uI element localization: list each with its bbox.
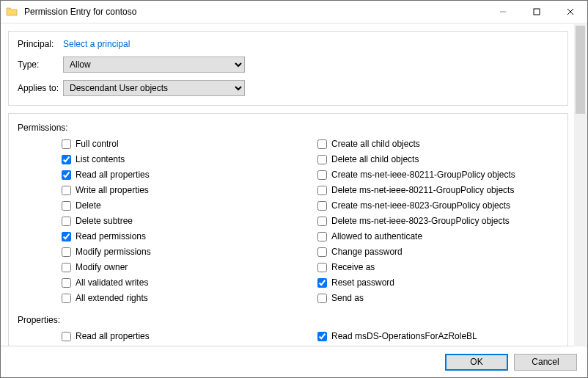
- permission-item[interactable]: Delete subtree: [62, 214, 303, 228]
- permission-label: Create ms-net-ieee-8023-GroupPolicy obje…: [331, 200, 510, 211]
- permission-checkbox[interactable]: [317, 139, 327, 149]
- folder-icon: [1, 1, 23, 23]
- permission-checkbox[interactable]: [317, 247, 327, 257]
- permission-item[interactable]: Receive as: [317, 261, 559, 274]
- permission-item[interactable]: Create ms-net-ieee-80211-GroupPolicy obj…: [317, 168, 559, 181]
- permission-checkbox[interactable]: [317, 186, 327, 195]
- applies-to-select[interactable]: Descendant User objects: [63, 80, 245, 96]
- property-item[interactable]: Read all properties: [62, 330, 303, 343]
- property-checkbox[interactable]: [62, 332, 71, 341]
- permission-item[interactable]: Modify permissions: [62, 245, 303, 258]
- svg-rect-1: [534, 9, 540, 15]
- permission-label: Write all properties: [76, 185, 149, 195]
- property-item[interactable]: Read msDS-OperationsForAzRoleBL: [317, 330, 559, 343]
- permission-checkbox[interactable]: [62, 170, 71, 180]
- permission-label: Allowed to authenticate: [331, 231, 422, 241]
- permissions-column-left: Full controlList contentsRead all proper…: [62, 137, 303, 305]
- permission-label: Modify owner: [76, 262, 128, 272]
- permission-checkbox[interactable]: [62, 186, 71, 195]
- permission-checkbox[interactable]: [62, 217, 71, 226]
- permission-checkbox[interactable]: [317, 278, 327, 288]
- properties-column-right: Read msDS-OperationsForAzRoleBLRead msDS…: [317, 330, 559, 346]
- header-panel: Principal: Select a principal Type: Allo…: [8, 31, 568, 106]
- permission-label: Reset password: [331, 277, 394, 288]
- permission-checkbox[interactable]: [317, 170, 327, 180]
- principal-label: Principal:: [18, 39, 63, 49]
- permission-label: Delete ms-net-ieee-80211-GroupPolicy obj…: [331, 185, 514, 195]
- minimize-button[interactable]: [486, 1, 520, 23]
- close-button[interactable]: [554, 1, 587, 23]
- properties-label: Properties:: [18, 315, 559, 325]
- ok-button[interactable]: OK: [445, 354, 508, 371]
- dialog-footer: OK Cancel: [1, 346, 587, 377]
- window-title: Permission Entry for contoso: [23, 7, 486, 17]
- permission-item[interactable]: Allowed to authenticate: [317, 230, 559, 243]
- permission-checkbox[interactable]: [62, 278, 71, 288]
- type-label: Type:: [18, 59, 63, 70]
- type-select[interactable]: Allow: [63, 57, 245, 73]
- permission-checkbox[interactable]: [62, 247, 71, 257]
- permission-item[interactable]: Delete: [62, 199, 303, 212]
- select-principal-link[interactable]: Select a principal: [63, 39, 130, 49]
- permission-label: All validated writes: [76, 277, 148, 288]
- permission-checkbox[interactable]: [62, 139, 71, 149]
- property-checkbox[interactable]: [317, 332, 327, 341]
- permission-label: Modify permissions: [76, 247, 151, 257]
- permission-checkbox[interactable]: [62, 232, 71, 241]
- permission-item[interactable]: Write all properties: [62, 183, 303, 197]
- permission-entry-window: Permission Entry for contoso Principal: …: [0, 0, 588, 378]
- permission-item[interactable]: Send as: [317, 291, 559, 305]
- permission-checkbox[interactable]: [317, 263, 327, 272]
- permission-item[interactable]: Reset password: [317, 276, 559, 289]
- permission-label: Delete: [76, 200, 101, 211]
- scrollbar-thumb[interactable]: [576, 26, 585, 114]
- permission-label: Delete subtree: [76, 216, 133, 226]
- permission-checkbox[interactable]: [62, 155, 71, 164]
- property-label: Read all properties: [76, 331, 150, 341]
- permission-label: Change password: [331, 247, 403, 257]
- permission-label: List contents: [76, 154, 125, 164]
- permission-item[interactable]: Modify owner: [62, 261, 303, 274]
- maximize-button[interactable]: [520, 1, 554, 23]
- permission-checkbox[interactable]: [317, 232, 327, 241]
- permission-checkbox[interactable]: [317, 155, 327, 164]
- permission-item[interactable]: All extended rights: [62, 291, 303, 305]
- permissions-label: Permissions:: [18, 123, 559, 133]
- window-controls: [486, 1, 587, 23]
- permission-checkbox[interactable]: [62, 201, 71, 211]
- permission-item[interactable]: All validated writes: [62, 276, 303, 289]
- cancel-button[interactable]: Cancel: [514, 354, 577, 371]
- permission-label: All extended rights: [76, 293, 148, 303]
- permission-checkbox[interactable]: [317, 294, 327, 303]
- titlebar: Permission Entry for contoso: [1, 1, 587, 23]
- permission-checkbox[interactable]: [62, 294, 71, 303]
- permissions-panel: Permissions: Full controlList contentsRe…: [8, 113, 568, 346]
- permission-checkbox[interactable]: [317, 201, 327, 211]
- permission-item[interactable]: Read permissions: [62, 230, 303, 243]
- permissions-column-right: Create all child objectsDelete all child…: [317, 137, 559, 305]
- permission-item[interactable]: Delete ms-net-ieee-80211-GroupPolicy obj…: [317, 183, 559, 197]
- properties-column-left: Read all propertiesWrite all properties: [62, 330, 303, 346]
- permission-label: Create all child objects: [331, 139, 420, 149]
- permission-label: Delete ms-net-ieee-8023-GroupPolicy obje…: [331, 216, 510, 226]
- permission-item[interactable]: Change password: [317, 245, 559, 258]
- permission-item[interactable]: Read all properties: [62, 168, 303, 181]
- permission-checkbox[interactable]: [62, 263, 71, 272]
- permission-label: Read permissions: [76, 231, 146, 241]
- permission-item[interactable]: List contents: [62, 153, 303, 166]
- permission-item[interactable]: Delete ms-net-ieee-8023-GroupPolicy obje…: [317, 214, 559, 228]
- permission-label: Delete all child objects: [331, 154, 419, 164]
- client-area: Principal: Select a principal Type: Allo…: [1, 23, 587, 377]
- permission-item[interactable]: Create ms-net-ieee-8023-GroupPolicy obje…: [317, 199, 559, 212]
- permission-label: Send as: [331, 293, 364, 303]
- permission-checkbox[interactable]: [317, 217, 327, 226]
- permission-item[interactable]: Delete all child objects: [317, 153, 559, 166]
- permission-label: Create ms-net-ieee-80211-GroupPolicy obj…: [331, 170, 515, 180]
- property-label: Read msDS-OperationsForAzRoleBL: [331, 331, 477, 341]
- permission-label: Read all properties: [76, 170, 150, 180]
- vertical-scrollbar[interactable]: [574, 24, 587, 346]
- applies-to-label: Applies to:: [18, 83, 63, 93]
- permission-label: Full control: [76, 139, 119, 149]
- permission-item[interactable]: Create all child objects: [317, 137, 559, 150]
- permission-item[interactable]: Full control: [62, 137, 303, 150]
